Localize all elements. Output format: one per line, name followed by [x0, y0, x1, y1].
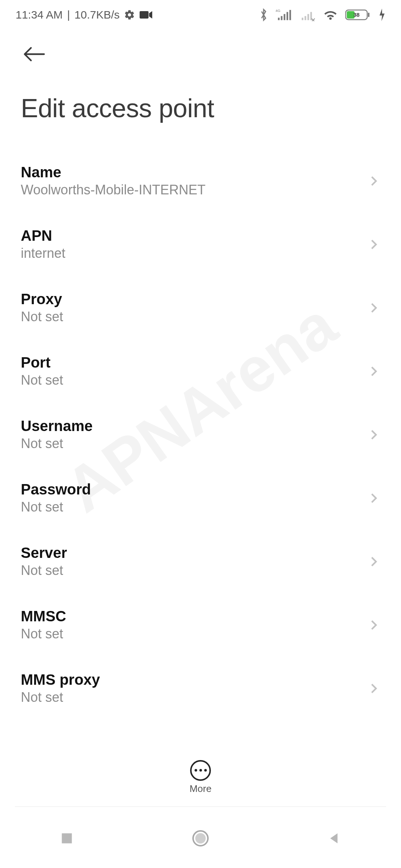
square-icon — [60, 832, 74, 845]
wifi-icon — [323, 9, 338, 21]
row-title: Server — [21, 545, 67, 561]
status-time: 11:34 AM — [16, 9, 63, 21]
row-title: Username — [21, 418, 92, 434]
chevron-right-icon — [368, 238, 380, 251]
page-title: Edit access point — [0, 68, 401, 149]
status-bar: 11:34 AM | 10.7KB/s 4G — [0, 0, 401, 30]
chevron-right-icon — [368, 682, 380, 695]
row-sub: Not set — [21, 372, 63, 388]
row-mmsc[interactable]: MMSC Not set — [0, 593, 401, 657]
row-sub: Not set — [21, 563, 67, 578]
row-username[interactable]: Username Not set — [0, 403, 401, 466]
more-dots-icon — [195, 769, 207, 772]
row-title: Name — [21, 164, 205, 181]
charging-icon — [379, 9, 385, 21]
svg-text:4G: 4G — [276, 9, 280, 13]
chevron-right-icon — [368, 175, 380, 187]
svg-rect-13 — [368, 13, 369, 17]
svg-rect-14 — [62, 834, 72, 844]
row-apn[interactable]: APN internet — [0, 213, 401, 276]
row-server[interactable]: Server Not set — [0, 530, 401, 593]
row-sub: Not set — [21, 309, 63, 325]
chevron-right-icon — [368, 302, 380, 314]
row-password[interactable]: Password Not set — [0, 466, 401, 530]
svg-rect-8 — [304, 16, 306, 20]
row-sub: Not set — [21, 436, 92, 451]
chevron-right-icon — [368, 428, 380, 441]
more-button[interactable] — [190, 760, 211, 781]
cellular-signal-no-sim-icon — [299, 9, 316, 21]
row-mms-proxy[interactable]: MMS proxy Not set — [0, 657, 401, 720]
row-title: MMS proxy — [21, 671, 100, 688]
row-title: Proxy — [21, 291, 63, 308]
svg-rect-5 — [287, 12, 288, 20]
battery-indicator: 38 — [345, 9, 371, 21]
nav-recents-button[interactable] — [57, 828, 77, 848]
settings-list: Name Woolworths-Mobile-INTERNET APN inte… — [0, 149, 401, 720]
row-title: APN — [21, 227, 65, 244]
svg-rect-9 — [307, 14, 309, 20]
row-port[interactable]: Port Not set — [0, 339, 401, 403]
svg-point-16 — [195, 833, 206, 844]
svg-rect-2 — [278, 18, 280, 20]
row-sub: Not set — [21, 690, 100, 705]
row-sub: Not set — [21, 499, 91, 515]
camera-icon — [140, 10, 152, 19]
svg-rect-0 — [140, 11, 149, 19]
triangle-left-icon — [327, 832, 341, 845]
svg-rect-3 — [281, 16, 282, 20]
status-netspeed: 10.7KB/s — [75, 9, 120, 21]
chevron-right-icon — [368, 555, 380, 568]
svg-rect-6 — [289, 10, 291, 20]
chevron-right-icon — [368, 365, 380, 378]
nav-home-button[interactable] — [190, 828, 211, 848]
more-label: More — [189, 783, 211, 795]
row-sub: Not set — [21, 626, 66, 642]
cellular-signal-4g-icon: 4G — [276, 9, 292, 21]
svg-rect-4 — [284, 14, 285, 20]
row-title: MMSC — [21, 608, 66, 625]
row-title: Port — [21, 354, 63, 371]
status-sep: | — [67, 9, 70, 21]
nav-back-button[interactable] — [324, 828, 344, 848]
circle-icon — [192, 829, 209, 847]
gear-icon — [124, 9, 135, 20]
row-sub: internet — [21, 246, 65, 261]
separator — [15, 806, 386, 807]
row-sub: Woolworths-Mobile-INTERNET — [21, 182, 205, 198]
battery-pct-text: 38 — [353, 11, 360, 18]
back-button[interactable] — [21, 41, 48, 68]
row-title: Password — [21, 481, 91, 498]
row-proxy[interactable]: Proxy Not set — [0, 276, 401, 339]
chevron-right-icon — [368, 492, 380, 504]
chevron-right-icon — [368, 619, 380, 631]
svg-rect-7 — [302, 18, 303, 20]
bluetooth-icon — [259, 8, 268, 22]
arrow-left-icon — [22, 46, 46, 62]
row-name[interactable]: Name Woolworths-Mobile-INTERNET — [0, 149, 401, 213]
system-nav-bar — [0, 809, 401, 868]
